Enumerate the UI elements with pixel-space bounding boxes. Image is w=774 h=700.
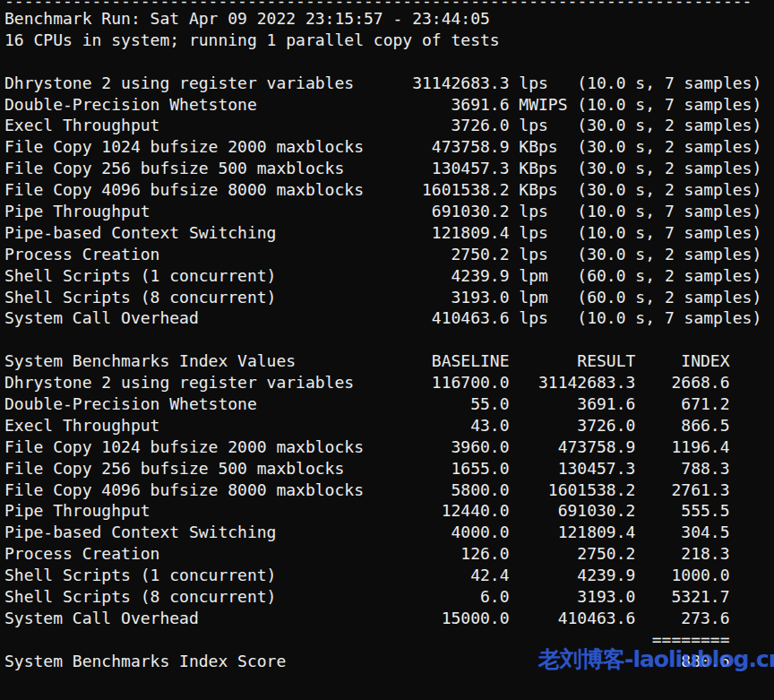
test-name: File Copy 1024 bufsize 2000 maxblocks — [4, 436, 374, 458]
test-value: 3691.6 — [392, 94, 509, 116]
test-value: 3726.0 — [392, 115, 509, 136]
test-name: Shell Scripts (1 concurrent) — [4, 565, 374, 586]
terminal-window[interactable]: ----------------------------------------… — [0, 0, 774, 700]
test-timing: (60.0 s, 2 samples) — [577, 287, 774, 308]
result-value: 410463.6 — [510, 608, 636, 629]
test-unit: lpm — [519, 265, 577, 287]
test-unit: lps — [519, 115, 577, 136]
test-name: File Copy 4096 bufsize 8000 maxblocks — [4, 179, 392, 201]
test-name: File Copy 256 bufsize 500 maxblocks — [4, 458, 374, 480]
index-row: File Copy 4096 bufsize 8000 maxblocks580… — [4, 480, 774, 501]
col-index: INDEX — [635, 350, 729, 372]
test-name: System Call Overhead — [4, 307, 392, 329]
test-value: 4239.9 — [392, 265, 509, 287]
score-value: 880.6 — [635, 651, 729, 672]
test-name: Pipe-based Context Switching — [4, 222, 392, 244]
test-name: Double-Precision Whetstone — [4, 94, 392, 116]
index-row: Shell Scripts (8 concurrent)6.03193.0532… — [4, 586, 774, 608]
index-row: Dhrystone 2 using register variables1167… — [4, 372, 774, 393]
col-result: RESULT — [510, 350, 636, 372]
index-value: 2668.6 — [635, 372, 729, 393]
test-name: System Call Overhead — [4, 608, 374, 629]
baseline-value: 126.0 — [374, 543, 510, 565]
index-row: File Copy 256 bufsize 500 maxblocks1655.… — [4, 458, 774, 480]
result-value: 3193.0 — [510, 586, 636, 608]
test-timing: (10.0 s, 7 samples) — [577, 307, 774, 329]
test-value: 473758.9 — [392, 136, 509, 158]
test-timing: (30.0 s, 2 samples) — [577, 244, 774, 265]
test-timing: (10.0 s, 7 samples) — [577, 73, 774, 94]
result-row: File Copy 1024 bufsize 2000 maxblocks473… — [4, 136, 774, 158]
test-name: File Copy 256 bufsize 500 maxblocks — [4, 158, 392, 179]
index-value: 788.3 — [635, 458, 729, 480]
result-value: 473758.9 — [510, 436, 636, 458]
result-row: Dhrystone 2 using register variables3114… — [4, 73, 774, 94]
baseline-value: 116700.0 — [374, 372, 510, 393]
index-value: 1196.4 — [635, 436, 729, 458]
test-unit: KBps — [519, 158, 577, 179]
index-value: 1000.0 — [635, 565, 729, 586]
result-value: 3726.0 — [510, 415, 636, 436]
test-name: Execl Throughput — [4, 115, 392, 136]
test-name: File Copy 1024 bufsize 2000 maxblocks — [4, 136, 392, 158]
index-row: Process Creation126.02750.2218.3 — [4, 543, 774, 565]
result-value: 1601538.2 — [510, 480, 636, 501]
blank-line — [4, 51, 774, 73]
baseline-value: 4000.0 — [374, 522, 510, 543]
test-value: 31142683.3 — [392, 73, 509, 94]
index-table-header: System Benchmarks Index ValuesBASELINERE… — [4, 350, 774, 372]
test-name: Dhrystone 2 using register variables — [4, 372, 374, 393]
test-name: Shell Scripts (1 concurrent) — [4, 265, 392, 287]
result-row: File Copy 4096 bufsize 8000 maxblocks160… — [4, 179, 774, 201]
result-value: 121809.4 — [510, 522, 636, 543]
result-row: Shell Scripts (8 concurrent)3193.0lpm(60… — [4, 287, 774, 308]
result-row: Process Creation2750.2lps(30.0 s, 2 samp… — [4, 244, 774, 265]
result-row: Pipe Throughput691030.2lps(10.0 s, 7 sam… — [4, 201, 774, 222]
result-row: Pipe-based Context Switching121809.4lps(… — [4, 222, 774, 244]
score-separator-row: ======== — [4, 629, 774, 651]
baseline-value: 55.0 — [374, 393, 510, 415]
blank-line — [4, 329, 774, 350]
baseline-value: 5800.0 — [374, 480, 510, 501]
test-unit: lps — [519, 201, 577, 222]
test-timing: (10.0 s, 7 samples) — [577, 222, 774, 244]
test-name: Dhrystone 2 using register variables — [4, 73, 392, 94]
index-value: 2761.3 — [635, 480, 729, 501]
score-separator: ======== — [635, 629, 729, 651]
index-table-section: System Benchmarks Index ValuesBASELINERE… — [4, 350, 774, 671]
index-value: 866.5 — [635, 415, 729, 436]
result-row: System Call Overhead410463.6lps(10.0 s, … — [4, 307, 774, 329]
test-name: Process Creation — [4, 543, 374, 565]
index-value: 218.3 — [635, 543, 729, 565]
index-value: 555.5 — [635, 500, 729, 522]
test-value: 410463.6 — [392, 307, 509, 329]
test-unit: lps — [519, 244, 577, 265]
result-value: 2750.2 — [510, 543, 636, 565]
baseline-value: 15000.0 — [374, 608, 510, 629]
score-row: System Benchmarks Index Score880.6 — [4, 651, 774, 672]
test-timing: (10.0 s, 7 samples) — [577, 201, 774, 222]
index-row: Shell Scripts (1 concurrent)42.44239.910… — [4, 565, 774, 586]
test-unit: lps — [519, 307, 577, 329]
result-row: Execl Throughput3726.0lps(30.0 s, 2 samp… — [4, 115, 774, 136]
test-name: Shell Scripts (8 concurrent) — [4, 586, 374, 608]
test-unit: KBps — [519, 179, 577, 201]
result-value: 3691.6 — [510, 393, 636, 415]
test-name: Pipe-based Context Switching — [4, 522, 374, 543]
index-table-title: System Benchmarks Index Values — [4, 350, 374, 372]
test-timing: (60.0 s, 2 samples) — [577, 265, 774, 287]
result-value: 4239.9 — [510, 565, 636, 586]
results-section: Dhrystone 2 using register variables3114… — [4, 73, 774, 330]
test-value: 691030.2 — [392, 201, 509, 222]
index-value: 273.6 — [635, 608, 729, 629]
col-baseline: BASELINE — [374, 350, 510, 372]
system-info-line: 16 CPUs in system; running 1 parallel co… — [4, 30, 774, 51]
index-row: File Copy 1024 bufsize 2000 maxblocks396… — [4, 436, 774, 458]
test-timing: (30.0 s, 2 samples) — [577, 158, 774, 179]
test-value: 3193.0 — [392, 287, 509, 308]
baseline-value: 3960.0 — [374, 436, 510, 458]
test-timing: (30.0 s, 2 samples) — [577, 136, 774, 158]
index-value: 5321.7 — [635, 586, 729, 608]
test-unit: lps — [519, 222, 577, 244]
result-row: Double-Precision Whetstone3691.6MWIPS(10… — [4, 94, 774, 116]
